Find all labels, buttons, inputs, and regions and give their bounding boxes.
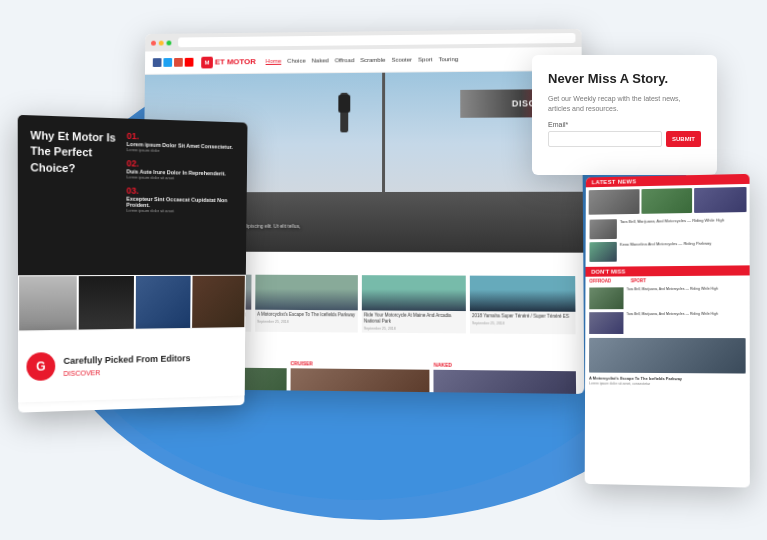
nav-item-touring[interactable]: Touring bbox=[438, 56, 458, 63]
rs-news-thumbs-grid bbox=[586, 184, 750, 218]
rs-cat-title-2: Tara Bell, Marijuana, And Motorcycles — … bbox=[626, 312, 718, 334]
rs-news-item-2: Kena Marcelina And Motorcycles — Riding … bbox=[589, 240, 745, 262]
browser-dot-red bbox=[151, 40, 156, 45]
rs-news-img-1 bbox=[590, 219, 617, 239]
news-card-3-image bbox=[362, 275, 466, 311]
news-card-2-date: September 25, 2018 bbox=[255, 320, 358, 327]
traffic-pole bbox=[382, 73, 385, 202]
rs-cat-title-1: Tara Bell, Marijuana, And Motorcycles — … bbox=[626, 287, 718, 309]
rs-cat-img-1 bbox=[589, 287, 623, 309]
naked-image bbox=[434, 369, 576, 394]
why-title: Why Et Motor Is The Perfect Choice? bbox=[30, 128, 122, 178]
numbered-list: 01. Lorem ipsum Dolor Sit Amet Consectet… bbox=[122, 131, 236, 263]
right-screen-content: LATEST NEWS Tara Bell, Marijuana, And Mo… bbox=[585, 174, 750, 390]
browser-dot-yellow bbox=[159, 40, 164, 45]
picked-card: G Carefully Picked From Editors DISCOVER bbox=[18, 328, 245, 402]
rs-thumb-1 bbox=[589, 189, 640, 215]
email-field-label: Email* bbox=[548, 121, 701, 128]
rs-cat-item-1: Tara Bell, Marijuana, And Motorcycles — … bbox=[589, 287, 745, 310]
browser-dot-green bbox=[167, 40, 172, 45]
rs-news-title-2: Kena Marcelina And Motorcycles — Riding … bbox=[620, 241, 712, 247]
rs-thumb-3 bbox=[694, 187, 746, 213]
social-icons-group bbox=[153, 58, 194, 67]
naked-label: NAKED bbox=[434, 361, 576, 369]
traffic-light bbox=[340, 93, 348, 133]
email-card-title: Never Miss A Story. bbox=[548, 71, 701, 88]
rs-bottom-desc: Lorem ipsum dolor sit amet, consectetur bbox=[589, 382, 746, 388]
news-card-2: A Motorcyclist's Escape To The Icefields… bbox=[255, 275, 358, 333]
browser-url-bar[interactable] bbox=[178, 33, 575, 47]
why-section: Why Et Motor Is The Perfect Choice? bbox=[30, 128, 122, 263]
bike-thumb-2 bbox=[77, 275, 135, 331]
bike-thumb-4 bbox=[191, 275, 246, 329]
left-screen-dark-section: Why Et Motor Is The Perfect Choice? 01. … bbox=[18, 115, 248, 275]
numbered-item-1: 01. Lorem ipsum Dolor Sit Amet Consectet… bbox=[127, 131, 236, 155]
item-3-text: Lorem ipsum dolor sit amet bbox=[126, 208, 235, 215]
email-card-subtitle: Get our Weekly recap with the latest new… bbox=[548, 94, 701, 114]
nav-item-scooter[interactable]: Scooter bbox=[391, 57, 412, 64]
rs-bottom-article: A Motorcyclist's Escape To The Icefields… bbox=[589, 338, 746, 388]
numbered-item-3: 03. Excepteur Sint Occaecat Cupidatat No… bbox=[126, 186, 235, 215]
rs-cat-img-2 bbox=[589, 312, 623, 334]
nav-item-choice[interactable]: Choice bbox=[287, 58, 305, 65]
nav-item-offroad[interactable]: Offroad bbox=[335, 57, 355, 64]
category-naked: NAKED Tara Bell, Marijuana, And Motorcyc… bbox=[434, 361, 576, 394]
rs-news-title-1: Tara Bell, Marijuana, And Motorcycles — … bbox=[620, 217, 724, 224]
news-card-2-image bbox=[255, 275, 358, 311]
nav-item-naked[interactable]: Naked bbox=[312, 57, 329, 64]
screens-container: M ET MOTOR Home Choice Naked Offroad Scr… bbox=[0, 0, 767, 540]
site-logo: M ET MOTOR bbox=[201, 56, 256, 68]
right-screen-window: LATEST NEWS Tara Bell, Marijuana, And Mo… bbox=[585, 174, 750, 488]
news-card-3-date: September 25, 2018 bbox=[362, 326, 466, 333]
bikes-row bbox=[18, 275, 246, 332]
email-input[interactable] bbox=[548, 131, 662, 147]
youtube-icon bbox=[185, 58, 194, 67]
news-card-4-date: September 25, 2018 bbox=[470, 321, 576, 328]
bike-thumb-1 bbox=[18, 275, 77, 331]
rs-news-list: Tara Bell, Marijuana, And Motorcycles — … bbox=[586, 215, 750, 267]
rs-news-item-1: Tara Bell, Marijuana, And Motorcycles — … bbox=[590, 217, 746, 239]
picked-card-text: Carefully Picked From Editors DISCOVER bbox=[63, 353, 190, 377]
rs-news-img-2 bbox=[589, 242, 616, 262]
picked-title: Carefully Picked From Editors bbox=[63, 353, 190, 368]
rs-bottom-img bbox=[589, 338, 746, 374]
editors-icon: G bbox=[26, 352, 55, 381]
cruiser-image bbox=[290, 368, 430, 394]
news-card-3: Ride Your Motorcycle At Maine And Arcadi… bbox=[362, 275, 466, 333]
nav-item-scramble[interactable]: Scramble bbox=[360, 57, 385, 64]
discover-link[interactable]: DISCOVER bbox=[63, 367, 190, 377]
numbered-item-2: 02. Duis Aute Irure Dolor In Reprehender… bbox=[126, 158, 235, 182]
rs-category-items: Tara Bell, Marijuana, And Motorcycles — … bbox=[585, 285, 750, 390]
bike-thumb-3 bbox=[135, 275, 191, 330]
twitter-icon bbox=[163, 58, 172, 67]
rs-cat-item-2: Tara Bell, Marijuana, And Motorcycles — … bbox=[589, 312, 745, 334]
news-card-4-image bbox=[470, 276, 576, 312]
bikes-row-section bbox=[18, 275, 246, 332]
left-screen-window: Why Et Motor Is The Perfect Choice? 01. … bbox=[18, 115, 248, 413]
logo-icon: M bbox=[201, 56, 213, 68]
nav-items-list: Home Choice Naked Offroad Scramble Scoot… bbox=[266, 55, 574, 65]
googleplus-icon bbox=[174, 58, 183, 67]
category-cruiser: CRUISER Tara Bell, Marijuana, And Motorc… bbox=[290, 360, 430, 394]
cruiser-label: CRUISER bbox=[290, 360, 429, 367]
submit-button[interactable]: SUBMIT bbox=[666, 131, 701, 147]
rs-thumb-2 bbox=[641, 188, 692, 214]
rs-offroad-label: OFFROAD bbox=[589, 279, 611, 284]
nav-item-home[interactable]: Home bbox=[266, 58, 282, 65]
news-card-3-title: Ride Your Motorcycle At Maine And Arcadi… bbox=[362, 310, 466, 327]
facebook-icon bbox=[153, 58, 162, 67]
nav-item-sport[interactable]: Sport bbox=[418, 56, 432, 63]
email-subscription-card: Never Miss A Story. Get our Weekly recap… bbox=[532, 55, 717, 175]
email-input-row: SUBMIT bbox=[548, 131, 701, 147]
news-card-4: 2018 Yamaha Super Ténéré / Super Ténéré … bbox=[470, 276, 576, 334]
rs-sport-label: SPORT bbox=[631, 278, 646, 283]
